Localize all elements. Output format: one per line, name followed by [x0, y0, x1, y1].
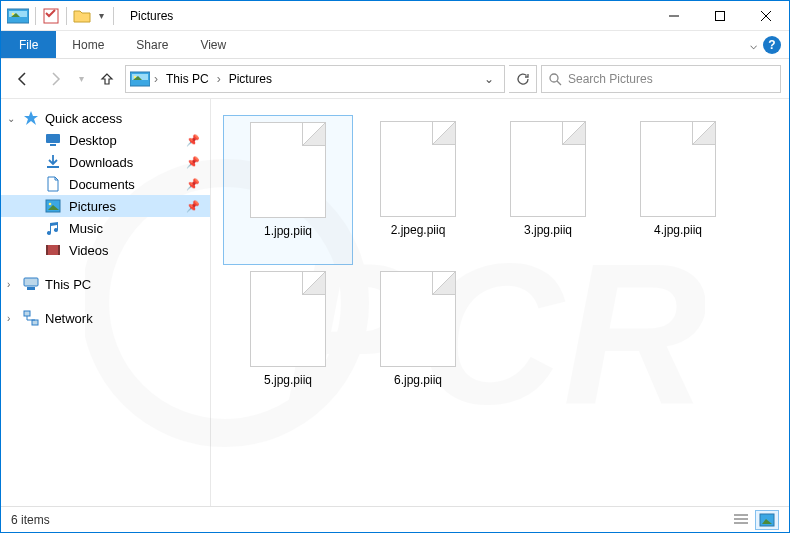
pin-icon: 📌: [186, 156, 200, 169]
downloads-icon: [45, 154, 61, 170]
recent-locations-button[interactable]: ▾: [73, 65, 89, 93]
svg-rect-26: [24, 278, 38, 286]
svg-rect-6: [716, 11, 725, 20]
file-name-label: 4.jpg.piiq: [654, 223, 702, 237]
status-item-count: 6 items: [11, 513, 50, 527]
tab-home[interactable]: Home: [56, 31, 120, 58]
svg-line-14: [557, 81, 561, 85]
file-icon: [250, 271, 326, 367]
file-name-label: 2.jpeg.piiq: [391, 223, 446, 237]
chevron-down-icon[interactable]: ⌄: [7, 113, 15, 124]
explorer-window: ▾ Pictures File Home Share View ⌵ ? ▾: [0, 0, 790, 533]
file-icon: [380, 121, 456, 217]
desktop-icon: [45, 132, 61, 148]
address-bar[interactable]: › This PC › Pictures ⌄: [125, 65, 505, 93]
status-bar: 6 items: [1, 506, 789, 532]
refresh-button[interactable]: [509, 65, 537, 93]
svg-point-21: [49, 203, 52, 206]
svg-rect-27: [27, 287, 35, 290]
breadcrumb-chevron-icon[interactable]: ›: [215, 72, 223, 86]
qat-folder-icon[interactable]: [73, 7, 91, 25]
file-item[interactable]: 2.jpeg.piiq: [353, 115, 483, 265]
pictures-icon: [45, 198, 61, 214]
up-button[interactable]: [93, 65, 121, 93]
breadcrumb-chevron-icon[interactable]: ›: [152, 72, 160, 86]
help-icon[interactable]: ?: [763, 36, 781, 54]
pin-icon: 📌: [186, 200, 200, 213]
svg-rect-4: [44, 9, 58, 23]
search-icon: [548, 72, 562, 86]
file-name-label: 5.jpg.piiq: [264, 373, 312, 387]
file-item[interactable]: 4.jpg.piiq: [613, 115, 743, 265]
close-button[interactable]: [743, 1, 789, 31]
qat-properties-icon[interactable]: [42, 7, 60, 25]
address-dropdown-icon[interactable]: ⌄: [478, 72, 500, 86]
breadcrumb-pictures[interactable]: Pictures: [225, 72, 276, 86]
pin-icon: 📌: [186, 134, 200, 147]
sidebar-this-pc[interactable]: › This PC: [1, 273, 210, 295]
app-icon: [7, 7, 29, 25]
svg-rect-23: [46, 245, 60, 255]
svg-rect-29: [32, 320, 38, 325]
maximize-button[interactable]: [697, 1, 743, 31]
minimize-button[interactable]: [651, 1, 697, 31]
music-icon: [45, 220, 61, 236]
sidebar-item-music[interactable]: Music: [1, 217, 210, 239]
pin-icon: 📌: [186, 178, 200, 191]
sidebar-item-label: Pictures: [69, 199, 116, 214]
star-icon: [23, 110, 39, 126]
file-name-label: 6.jpg.piiq: [394, 373, 442, 387]
search-placeholder: Search Pictures: [568, 72, 653, 86]
svg-rect-19: [50, 144, 56, 146]
sidebar-item-label: Videos: [69, 243, 109, 258]
sidebar-item-downloads[interactable]: Downloads 📌: [1, 151, 210, 173]
sidebar-item-label: Downloads: [69, 155, 133, 170]
documents-icon: [45, 176, 61, 192]
file-icon: [640, 121, 716, 217]
svg-rect-25: [58, 245, 60, 255]
forward-button[interactable]: [41, 65, 69, 93]
breadcrumb-this-pc[interactable]: This PC: [162, 72, 213, 86]
svg-rect-28: [24, 311, 30, 316]
details-view-button[interactable]: [729, 510, 753, 530]
window-title: Pictures: [122, 9, 651, 23]
file-icon: [510, 121, 586, 217]
sidebar-item-label: This PC: [45, 277, 91, 292]
svg-rect-24: [46, 245, 48, 255]
ribbon-collapse-icon[interactable]: ⌵: [750, 38, 757, 52]
file-item[interactable]: 1.jpg.piiq: [223, 115, 353, 265]
file-view[interactable]: 1.jpg.piiq2.jpeg.piiq3.jpg.piiq4.jpg.pii…: [211, 99, 789, 506]
content-area: PCR ⌄ Quick access Desktop 📌 Downloads: [1, 99, 789, 506]
back-button[interactable]: [9, 65, 37, 93]
sidebar-quick-access[interactable]: ⌄ Quick access: [1, 107, 210, 129]
search-input[interactable]: Search Pictures: [541, 65, 781, 93]
file-item[interactable]: 3.jpg.piiq: [483, 115, 613, 265]
navigation-pane: ⌄ Quick access Desktop 📌 Downloads 📌 Doc: [1, 99, 211, 506]
this-pc-icon: [23, 276, 39, 292]
sidebar-item-pictures[interactable]: Pictures 📌: [1, 195, 210, 217]
tab-view[interactable]: View: [184, 31, 242, 58]
file-icon: [250, 122, 326, 218]
sidebar-item-label: Quick access: [45, 111, 122, 126]
file-tab[interactable]: File: [1, 31, 56, 58]
sidebar-item-documents[interactable]: Documents 📌: [1, 173, 210, 195]
chevron-right-icon[interactable]: ›: [7, 313, 10, 324]
qat-dropdown-icon[interactable]: ▾: [95, 7, 107, 25]
videos-icon: [45, 242, 61, 258]
chevron-right-icon[interactable]: ›: [7, 279, 10, 290]
sidebar-item-videos[interactable]: Videos: [1, 239, 210, 261]
sidebar-item-label: Desktop: [69, 133, 117, 148]
location-pictures-icon: [130, 71, 150, 87]
file-item[interactable]: 6.jpg.piiq: [353, 265, 483, 415]
svg-rect-18: [46, 134, 60, 143]
sidebar-item-label: Network: [45, 311, 93, 326]
file-icon: [380, 271, 456, 367]
file-name-label: 1.jpg.piiq: [264, 224, 312, 238]
sidebar-item-desktop[interactable]: Desktop 📌: [1, 129, 210, 151]
svg-marker-17: [24, 111, 38, 125]
large-icons-view-button[interactable]: [755, 510, 779, 530]
tab-share[interactable]: Share: [120, 31, 184, 58]
file-item[interactable]: 5.jpg.piiq: [223, 265, 353, 415]
sidebar-network[interactable]: › Network: [1, 307, 210, 329]
network-icon: [23, 310, 39, 326]
